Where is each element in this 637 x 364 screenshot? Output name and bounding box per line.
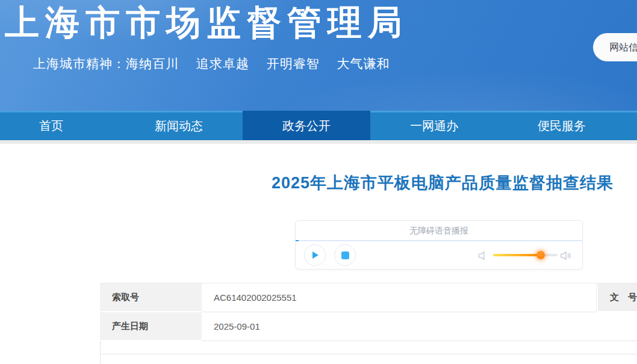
accessibility-audio-player: 无障碍语音播报 [295,220,583,270]
nav-divider [0,140,637,144]
nav-item-one-stop[interactable]: 一网通办 [370,111,498,140]
article-title: 2025年上海市平板电脑产品质量监督抽查结果 [272,172,614,194]
play-button[interactable] [304,244,326,266]
nav-item-news[interactable]: 新闻动态 [115,111,243,140]
table-row: 索取号 AC61402002025551 文 号 [100,283,637,312]
nav-item-gov-info[interactable]: 政务公开 [243,111,370,140]
volume-high-icon [559,249,573,262]
table-row: 产生日期 2025-09-01 [100,312,637,341]
index-number-value: AC61402002025551 [202,283,597,312]
city-spirit-slogan: 上海城市精神：海纳百川 追求卓越 开明睿智 大气谦和 [33,55,390,72]
audio-player-title: 无障碍语音播报 [409,226,468,235]
nav-item-public-service[interactable]: 便民服务 [498,111,626,140]
site-title: 上海市市场监督管理局 [5,0,408,46]
site-header: 上海市市场监督管理局 上海城市精神：海纳百川 追求卓越 开明睿智 大气谦和 网站… [0,0,637,111]
volume-slider[interactable] [493,254,558,256]
stop-button[interactable] [334,244,356,266]
doc-number-label: 文 号 [598,283,637,312]
issue-date-value: 2025-09-01 [202,312,637,341]
issue-date-label: 产生日期 [100,312,202,341]
page: 上海市市场监督管理局 上海城市精神：海纳百川 追求卓越 开明睿智 大气谦和 网站… [0,0,637,364]
document-info-table: 索取号 AC61402002025551 文 号 产生日期 2025-09-01 [100,283,637,364]
index-number-label: 索取号 [100,283,202,312]
stop-icon [341,251,349,259]
play-icon [311,250,320,260]
table-row-partial [101,354,637,364]
volume-low-icon [476,249,489,262]
main-nav: 首页 新闻动态 政务公开 一网通办 便民服务 [0,111,637,140]
table-row-partial [101,341,637,354]
volume-slider-handle[interactable] [536,251,545,259]
nav-item-home[interactable]: 首页 [0,111,115,140]
site-search-box[interactable]: 网站信 [593,33,637,61]
volume-slider-fill [493,254,541,256]
